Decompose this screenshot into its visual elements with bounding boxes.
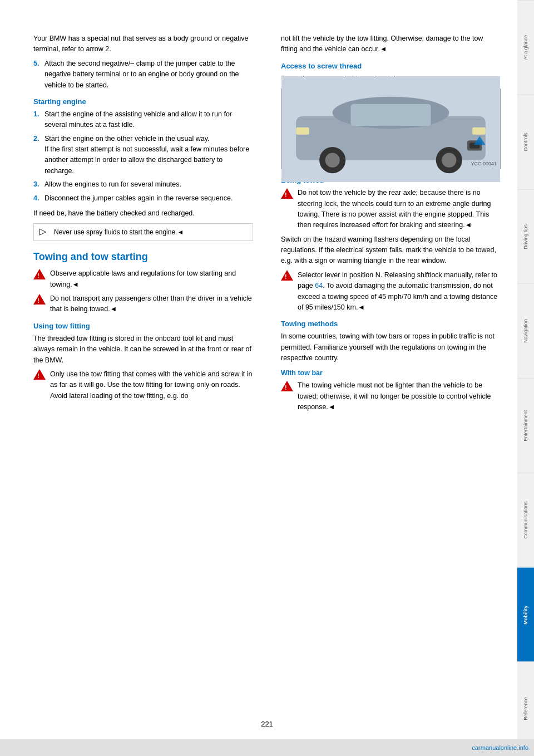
two-column-layout: Your BMW has a special nut that serves a… (33, 33, 501, 416)
page-number: 221 (261, 714, 273, 734)
step5-text: Attach the second negative/– clamp of th… (44, 58, 253, 91)
with-tow-bar-heading: With tow bar (281, 369, 501, 377)
starting-engine-steps: 1. Start the engine of the assisting veh… (33, 109, 253, 204)
tow-bar-warning: The towing vehicle must not be lighter t… (281, 380, 501, 413)
sidebar-tab-entertainment[interactable]: Entertainment (517, 378, 534, 473)
svg-point-4 (325, 153, 340, 167)
towing-warning1-text: Observe applicable laws and regulations … (50, 268, 253, 290)
svg-rect-9 (472, 127, 486, 134)
recharge-text: If need be, have the battery checked and… (33, 208, 253, 219)
being-towed-warning2-text: Selector lever in position N. Releasing … (298, 270, 501, 313)
tow-bar-warning-text: The towing vehicle must not be lighter t… (298, 380, 501, 413)
towing-methods-text1: In some countries, towing with tow bars … (281, 331, 501, 364)
warning-icon-4 (281, 188, 293, 199)
tow-fitting-text1: The threaded tow fitting is stored in th… (33, 333, 253, 366)
warning-icon-2 (33, 293, 46, 305)
towing-section-heading: Towing and tow starting (33, 251, 253, 263)
bottom-bar: carmanualonline.info (0, 739, 534, 756)
towing-warning2: Do not transport any passengers other th… (33, 293, 253, 315)
left-column: Your BMW has a special nut that serves a… (33, 33, 259, 416)
tow-fitting-svg (281, 76, 500, 182)
sidebar-tab-communications[interactable]: Communications (517, 473, 534, 567)
warning-icon-3 (33, 369, 46, 380)
right-column: not lift the vehicle by the tow fitting.… (275, 33, 501, 416)
step-4: 4. Disconnect the jumper cables again in… (33, 193, 253, 204)
being-towed-text1: Switch on the hazard warning flashers de… (281, 234, 501, 267)
step5-num: 5. (33, 58, 41, 91)
page-link[interactable]: 64 (315, 282, 323, 289)
step-1: 1. Start the engine of the assisting veh… (33, 109, 253, 131)
tow-fitting-image: YCC.00041 (281, 89, 501, 169)
svg-rect-7 (350, 104, 431, 125)
tow-fitting-warning: Only use the tow fitting that comes with… (33, 369, 253, 401)
tow-fitting-warning-text: Only use the tow fitting that comes with… (50, 369, 253, 401)
body-ground-text: Your BMW has a special nut that serves a… (33, 33, 253, 55)
step-3: 3. Allow the engines to run for several … (33, 179, 253, 190)
sidebar-tab-controls[interactable]: Controls (517, 95, 534, 189)
being-towed-warning1-text: Do not tow the vehicle by the rear axle;… (298, 188, 501, 231)
step5-item: 5. Attach the second negative/– clamp of… (33, 58, 253, 91)
spray-note-box: ▷ Never use spray fluids to start the en… (33, 223, 253, 241)
svg-rect-8 (296, 127, 309, 134)
sidebar-tab-at-a-glance[interactable]: At a glance (517, 0, 534, 95)
spray-note-text: Never use spray fluids to start the engi… (54, 227, 184, 237)
sidebar-tab-navigation[interactable]: Navigation (517, 283, 534, 378)
warning-icon-1 (33, 268, 46, 279)
being-towed-warning2: Selector lever in position N. Releasing … (281, 270, 501, 313)
right-intro-text: not lift the vehicle by the tow fitting.… (281, 33, 501, 55)
note-icon: ▷ (39, 227, 50, 236)
access-screw-thread-heading: Access to screw thread (281, 62, 501, 70)
sidebar: At a glance Controls Driving tips Naviga… (517, 0, 534, 756)
svg-point-6 (442, 153, 456, 167)
page-container: Your BMW has a special nut that serves a… (0, 0, 534, 756)
being-towed-warning1: Do not tow the vehicle by the rear axle;… (281, 188, 501, 231)
sidebar-tab-mobility[interactable]: Mobility (517, 567, 534, 662)
towing-methods-heading: Towing methods (281, 320, 501, 328)
warning-icon-5 (281, 270, 293, 281)
using-tow-fitting-heading: Using tow fitting (33, 322, 253, 330)
towing-warning1: Observe applicable laws and regulations … (33, 268, 253, 290)
warning-icon-6 (281, 380, 293, 391)
step-2: 2. Start the engine on the other vehicle… (33, 134, 253, 177)
sidebar-tab-driving-tips[interactable]: Driving tips (517, 189, 534, 284)
towing-warning2-text: Do not transport any passengers other th… (50, 293, 253, 315)
main-content: Your BMW has a special nut that serves a… (0, 0, 517, 756)
watermark-text: carmanualonline.info (472, 744, 528, 751)
starting-engine-heading: Starting engine (33, 97, 253, 106)
image-caption: YCC.00041 (471, 161, 497, 166)
